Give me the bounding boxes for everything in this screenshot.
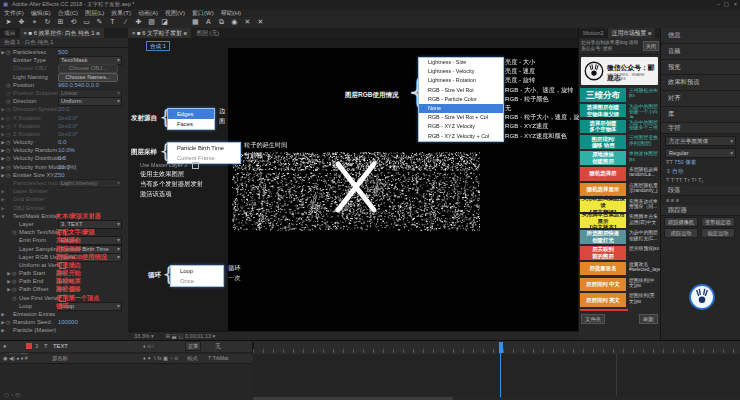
stopwatch-icon[interactable]: ◷ [12, 294, 19, 302]
tab-script-1[interactable]: Motion2 [579, 28, 608, 38]
property-row[interactable]: ◷Position 960.0,540.0,0.0 [0, 81, 128, 89]
menu-item[interactable]: 效果(T) [111, 10, 131, 16]
stopwatch-icon[interactable]: ◷ [6, 163, 13, 171]
blend-mode-select[interactable]: 正常 [185, 341, 201, 351]
script-row[interactable]: 层关联到 前的图层 层关联预设jsx [579, 245, 660, 261]
menu-item[interactable]: 编辑(E) [31, 10, 51, 16]
stopwatch-icon[interactable]: ◷ [6, 105, 13, 113]
property-row[interactable]: ◷Emit From Edges 发射源自 [0, 236, 128, 244]
stopwatch-icon[interactable]: ◷ [6, 122, 13, 130]
script-row[interactable]: 选择层创建 多个空物体 为选中的图层创建多个三维 [579, 119, 660, 135]
property-value[interactable]: 10.0% [58, 146, 75, 154]
font-size-value[interactable]: 750 像素 [674, 159, 696, 165]
script-chip[interactable]: 随机选择显示 [580, 183, 626, 197]
menu-item[interactable]: 图层(L) [85, 10, 104, 16]
tool-icon[interactable]: ↻ [41, 17, 54, 27]
property-value[interactable]: 500 [58, 48, 68, 56]
eye-icon[interactable]: ● [3, 341, 7, 352]
script-chip[interactable]: 层批量改名 [580, 262, 626, 276]
layer-name[interactable]: TEXT [53, 341, 68, 352]
stopwatch-icon[interactable]: ◷ [6, 130, 13, 138]
panel-tab[interactable]: 对齐 [661, 91, 740, 107]
toolbar-extra-icon[interactable]: ⧉ [215, 17, 228, 27]
property-row[interactable]: ◷Emitter Type Text/Mask [0, 56, 128, 64]
script-row[interactable]: 层层排列 中文 层图排列(中文)jsx [579, 277, 660, 293]
property-row[interactable]: ◷Position Subpixel Linear [0, 89, 128, 97]
dropdown-option[interactable]: ✓Lightness - Size [419, 58, 503, 67]
property-value[interactable]: 20.0 [58, 163, 69, 171]
property-row[interactable]: ▶◷Y Rotation 0x+0.0° [0, 122, 128, 130]
property-row[interactable]: ▶◷Velocity from Motion [%] 20.0 [0, 163, 128, 171]
dropdown-option[interactable]: ✓Loop [171, 266, 223, 276]
tab-composition[interactable]: × ■ 6 文字粒子发射 ≡ [128, 28, 191, 38]
panel-tab[interactable]: 音频 [661, 44, 740, 60]
stopwatch-icon[interactable]: ◷ [6, 138, 13, 146]
dropdown-option[interactable]: ✓Once [171, 276, 223, 286]
script-row[interactable]: 三维分布 三维随机分布jsx [579, 87, 660, 103]
viewer-status-icons[interactable]: ⊞ ⬓ ◱ 0;00;01;13 ▾ [165, 333, 215, 339]
maximize-button[interactable]: ▢ [724, 0, 729, 9]
tab-layer-viewer[interactable]: 图层 (无) [192, 28, 223, 38]
stopwatch-icon[interactable]: ◷ [12, 228, 19, 236]
timeline-footer-icons[interactable]: ⬡ ◔ ⌬ [4, 392, 20, 398]
property-row[interactable]: ▶◷Random Seed 100000 [0, 318, 128, 326]
character-panel-header[interactable]: 字符 [661, 123, 740, 134]
property-value[interactable]: 0x+0.0° [58, 114, 78, 122]
property-row[interactable]: ◷Light Naming Choose Names... [0, 73, 128, 81]
playhead-handle[interactable] [499, 342, 503, 353]
close-button[interactable]: × [734, 0, 737, 9]
dropdown-option[interactable]: ✓RGB - XYZ Velocity [419, 122, 503, 131]
tool-icon[interactable]: ◪ [158, 17, 171, 27]
property-row[interactable]: ▶◷Emission Extras [0, 310, 128, 318]
property-row[interactable]: ▶◷Particle (Master) [0, 326, 128, 334]
script-chip[interactable]: 选择图层创建 空物体做父级 [580, 104, 626, 118]
property-row[interactable]: ◷Layer RGB Usage None 图层RGB使用情况 [0, 253, 128, 261]
script-chip[interactable]: 随机选择层 [580, 167, 626, 181]
font-family-select[interactable]: 方正兰亭黑简体 [665, 136, 736, 146]
property-row[interactable]: ▶◷Velocity 0.0 [0, 138, 128, 146]
tool-icon[interactable]: ▨ [145, 17, 158, 27]
comp-nav-chip[interactable]: 合成 1 [146, 41, 170, 51]
property-row[interactable]: ▶◷Direction Spread 20.0 [0, 105, 128, 113]
tool-icon[interactable]: T [106, 17, 119, 27]
tab-script-market[interactable]: 泛用市场预置 ≡ [608, 28, 656, 38]
script-chip[interactable]: 选择层创建 多个空物体 [580, 120, 626, 134]
dropdown-option[interactable]: ✓RGB - Size Vel Rot + Col [419, 113, 503, 122]
paragraph-panel-header[interactable]: 段落 [661, 185, 740, 196]
property-row[interactable]: ◷Use First Vertex 使用第一个顶点 [0, 294, 128, 302]
script-row[interactable]: 实用脚本合集运用展示 【中文版本】 实用脚本合集运用(双)中文 [579, 213, 660, 229]
panel-tab[interactable]: 效果和预设 [661, 75, 740, 91]
panel-menu-icon[interactable]: ≡ [648, 30, 651, 36]
property-value[interactable]: 960.0,540.0,0.0 [58, 81, 99, 89]
script-chip[interactable]: 所选图层快速 创建灯光 [580, 230, 626, 244]
dropdown-option[interactable]: ✓RGB - Size Vel Rot [419, 86, 503, 95]
script-row[interactable]: 层层排列 英文 层图排列(英文)jsx [579, 292, 660, 308]
dropdown-option[interactable]: ✓Lightness - Rotation [419, 76, 503, 85]
script-chip[interactable]: 原地涂抹 创建图层 [580, 151, 626, 165]
script-chip[interactable]: 层关联到 前的图层 [580, 246, 626, 260]
panel-tab[interactable]: 库 [661, 107, 740, 123]
dropdown-option[interactable]: ▪Faces [168, 119, 214, 129]
property-row[interactable]: ▶◷Velocity Distribution 0.5 [0, 154, 128, 162]
panel-tab[interactable]: 预览 [661, 60, 740, 76]
stopwatch-icon[interactable]: ◷ [12, 269, 19, 277]
tool-icon[interactable]: ▭ [80, 17, 93, 27]
tab-project[interactable]: 项目 [0, 28, 20, 38]
property-row[interactable]: ▶◷Particles/sec 500 [0, 48, 128, 56]
script-chip[interactable]: 实用脚本合集运用展示 【中文版本】 [580, 214, 626, 228]
tool-icon[interactable]: ✎ [93, 17, 106, 27]
dropdown-option[interactable]: ▪Edges [168, 109, 214, 119]
script-row[interactable]: 选择图层创建 空物体做父级 为选中的图层创建一个小白块 [579, 103, 660, 119]
property-value[interactable]: 20.0 [58, 105, 69, 113]
tracker-panel-header[interactable]: 跟踪器 [661, 205, 740, 216]
stopwatch-icon[interactable]: ◷ [12, 285, 19, 293]
track-area[interactable] [253, 354, 740, 396]
zoom-level[interactable]: 33.3% ▾ [134, 333, 154, 339]
tab-effect-controls[interactable]: × ■ 6 效果控件: 白色 纯色 1 ≡ [20, 28, 104, 38]
layer-switches[interactable]: ♦ ⊙ ∕ [143, 341, 153, 352]
property-row[interactable]: ◷Particles/sec modifier Light Intensity [0, 179, 128, 187]
panel-menu-icon[interactable]: ≡ [96, 30, 99, 36]
dropdown-option[interactable]: ✓RGB - XYZ Velocity + Col [419, 132, 503, 141]
property-row[interactable]: ▶◷Layer Emitter [0, 187, 128, 195]
property-value[interactable]: 0.0 [58, 138, 66, 146]
